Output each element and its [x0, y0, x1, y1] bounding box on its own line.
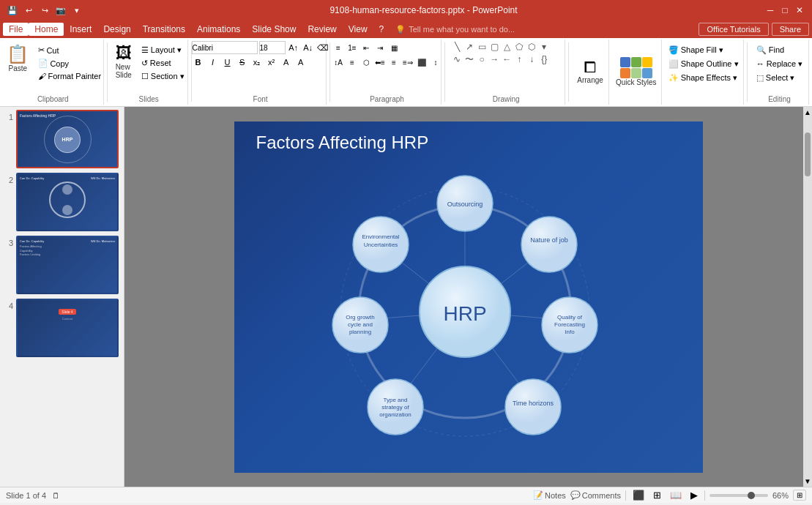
- quick-styles-button[interactable]: Quick Styles: [613, 55, 660, 89]
- scroll-down-button[interactable]: ▼: [802, 476, 812, 487]
- font-name-input[interactable]: [192, 41, 258, 54]
- slide-preview-1[interactable]: Factors Affecting HRP HRP: [16, 110, 119, 168]
- font-increase-button[interactable]: A↑: [287, 41, 300, 54]
- menu-slideshow[interactable]: Slide Show: [246, 23, 302, 36]
- slide-thumb-3[interactable]: 3 Can Do: CapabilityWill Do: Motivation …: [3, 236, 121, 294]
- text-direction-button[interactable]: ↕A: [332, 56, 345, 69]
- align-left-button[interactable]: ⬅≡: [373, 56, 387, 69]
- slide-thumb-1[interactable]: 1 Factors Affecting HRP HRP: [3, 110, 121, 168]
- text-shadow-button[interactable]: A: [280, 56, 293, 69]
- redo-icon[interactable]: ↪: [38, 4, 51, 17]
- slide-panel[interactable]: 1 Factors Affecting HRP HRP 2 Can Do: Ca…: [0, 107, 124, 487]
- view-slideshow-button[interactable]: ▶: [688, 489, 700, 501]
- zoom-slider[interactable]: [709, 494, 768, 497]
- shape-curve[interactable]: ∿: [451, 53, 463, 65]
- camera-icon[interactable]: 📷: [54, 4, 67, 17]
- save-icon[interactable]: 💾: [6, 4, 19, 17]
- menu-file[interactable]: File: [3, 23, 29, 36]
- menu-view[interactable]: View: [343, 23, 373, 36]
- align-text-button[interactable]: ≡: [346, 56, 359, 69]
- increase-indent-button[interactable]: ⇥: [373, 41, 387, 54]
- shape-line[interactable]: ╲: [451, 41, 463, 53]
- shape-arrow[interactable]: ↗: [463, 41, 475, 53]
- menu-transitions[interactable]: Transitions: [137, 23, 191, 36]
- menu-home[interactable]: Home: [29, 23, 64, 36]
- shape-outline-button[interactable]: ⬜ Shape Outline ▾: [666, 58, 742, 70]
- shape-effects-button[interactable]: ✨ Shape Effects ▾: [666, 72, 740, 84]
- shape-more[interactable]: ▾: [538, 41, 550, 53]
- comments-button[interactable]: 💬 Comments: [570, 490, 621, 500]
- subscript-button[interactable]: x₂: [250, 56, 264, 69]
- scroll-thumb[interactable]: [805, 132, 811, 176]
- shape-rect[interactable]: ▭: [476, 41, 488, 53]
- shape-up-arrow[interactable]: ↑: [513, 53, 525, 65]
- undo-icon[interactable]: ↩: [22, 4, 35, 17]
- shape-circle[interactable]: ○: [476, 53, 488, 65]
- superscript-button[interactable]: x²: [265, 56, 278, 69]
- cut-button[interactable]: ✂ Cut: [35, 44, 104, 56]
- zoom-thumb[interactable]: [748, 492, 755, 499]
- close-button[interactable]: ✕: [793, 4, 806, 16]
- italic-button[interactable]: I: [206, 56, 220, 69]
- maximize-button[interactable]: □: [778, 4, 791, 16]
- scroll-up-button[interactable]: ▲: [802, 107, 812, 118]
- menu-insert[interactable]: Insert: [64, 23, 97, 36]
- justify-button[interactable]: ⬛: [415, 56, 428, 69]
- replace-button[interactable]: ↔ Replace ▾: [753, 58, 805, 70]
- reset-button[interactable]: ↺ Reset: [138, 57, 187, 70]
- paste-button[interactable]: 📋 Paste: [1, 41, 34, 75]
- underline-button[interactable]: U: [221, 56, 234, 69]
- font-size-input[interactable]: [259, 41, 286, 54]
- shape-down-arrow[interactable]: ↓: [526, 53, 537, 65]
- slide-thumb-4[interactable]: 4 Slide 4 Content: [3, 299, 121, 357]
- menu-help[interactable]: ?: [373, 23, 390, 36]
- align-center-button[interactable]: ≡: [387, 56, 401, 69]
- arrange-button[interactable]: ⧠ Arrange: [574, 57, 606, 86]
- office-tutorials-button[interactable]: Office Tutorials: [699, 23, 768, 36]
- minimize-button[interactable]: ─: [764, 4, 777, 16]
- columns-button[interactable]: ▦: [387, 41, 401, 54]
- line-spacing-button[interactable]: ↕: [429, 56, 442, 69]
- vertical-scrollbar[interactable]: ▲ ▼: [803, 107, 812, 487]
- format-painter-button[interactable]: 🖌 Format Painter: [35, 70, 104, 82]
- slide-preview-2[interactable]: Can Do: CapabilityWill Do: Motivation: [16, 173, 119, 231]
- decrease-indent-button[interactable]: ⇤: [360, 41, 373, 54]
- shape-rounded-rect[interactable]: ▢: [488, 41, 500, 53]
- view-slide-sorter-button[interactable]: ⊞: [651, 489, 663, 501]
- shape-freeform[interactable]: 〜: [463, 53, 475, 65]
- share-button[interactable]: Share: [772, 23, 809, 36]
- font-decrease-button[interactable]: A↓: [302, 41, 315, 54]
- find-button[interactable]: 🔍 Find: [753, 44, 787, 56]
- shape-bracket[interactable]: {}: [538, 53, 550, 65]
- shape-right-arrow[interactable]: →: [488, 53, 500, 65]
- notes-button[interactable]: 📝 Notes: [533, 490, 566, 500]
- menu-animations[interactable]: Animations: [191, 23, 246, 36]
- select-button[interactable]: ⬚ Select ▾: [753, 72, 798, 84]
- section-button[interactable]: ☐ Section ▾: [138, 70, 187, 83]
- fit-slide-button[interactable]: ⊞: [793, 490, 806, 501]
- view-normal-button[interactable]: ⬛: [630, 489, 647, 501]
- align-right-button[interactable]: ≡⇒: [401, 56, 414, 69]
- font-color-button[interactable]: A: [294, 56, 308, 69]
- slide-thumb-2[interactable]: 2 Can Do: CapabilityWill Do: Motivation: [3, 173, 121, 231]
- new-slide-button[interactable]: 🖼 NewSlide: [111, 41, 137, 82]
- smartart-button[interactable]: ⬡: [360, 56, 373, 69]
- layout-button[interactable]: ☰ Layout ▾: [138, 44, 187, 56]
- shape-pentagon[interactable]: ⬠: [513, 41, 525, 53]
- tell-me-bar[interactable]: 💡 Tell me what you want to do...: [395, 25, 515, 34]
- qat-dropdown-icon[interactable]: ▾: [70, 4, 83, 17]
- view-reading-button[interactable]: 📖: [668, 489, 684, 501]
- shape-hexagon[interactable]: ⬡: [526, 41, 537, 53]
- menu-design[interactable]: Design: [97, 23, 136, 36]
- bold-button[interactable]: B: [192, 56, 205, 69]
- shape-triangle[interactable]: △: [501, 41, 513, 53]
- clear-format-button[interactable]: ⌫: [316, 41, 329, 54]
- numbering-button[interactable]: 1≡: [346, 41, 359, 54]
- strikethrough-button[interactable]: S: [236, 56, 249, 69]
- shape-left-arrow[interactable]: ←: [501, 53, 513, 65]
- copy-button[interactable]: 📄 Copy: [35, 57, 104, 70]
- shape-fill-button[interactable]: 🪣 Shape Fill ▾: [666, 44, 726, 56]
- slide-preview-4[interactable]: Slide 4 Content: [16, 299, 119, 357]
- menu-review[interactable]: Review: [302, 23, 342, 36]
- bullets-button[interactable]: ≡: [332, 41, 345, 54]
